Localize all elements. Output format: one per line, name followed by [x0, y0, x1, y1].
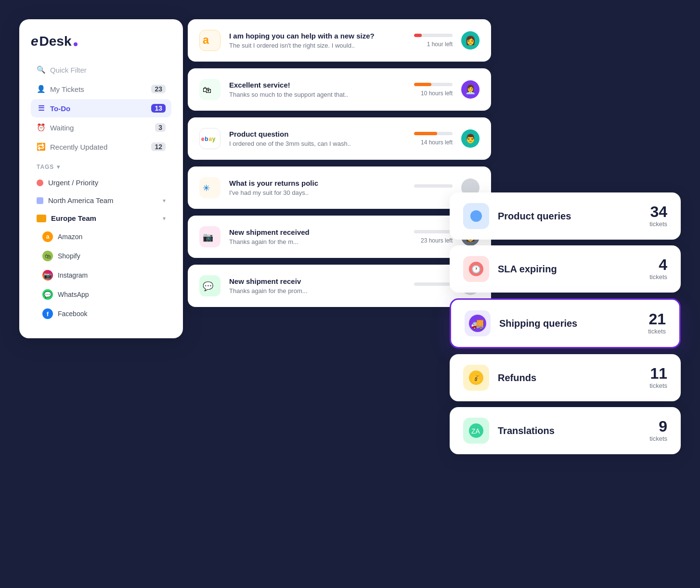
- todo-label: To-Do: [50, 104, 70, 113]
- svg-text:🛍: 🛍: [203, 85, 211, 95]
- shopify-icon: 🛍: [42, 251, 53, 261]
- ticket-3-meta: 14 hours left: [414, 132, 453, 146]
- svg-text:b: b: [205, 136, 208, 142]
- ticket-3-sla-bar: [414, 132, 453, 135]
- tickets-panel: a I am hoping you can help with a new si…: [188, 19, 491, 314]
- ticket-4-platform-icon: ✳: [199, 177, 220, 198]
- translations-icon: ZA: [463, 418, 489, 444]
- ticket-2-meta: 10 hours left: [414, 83, 453, 97]
- refunds-icon: 💰: [463, 365, 489, 391]
- ticket-3[interactable]: e b a y Product question I ordered one o…: [188, 117, 491, 160]
- ticket-5-sla-bar: [414, 230, 453, 233]
- product-queries-icon: [463, 203, 489, 229]
- query-card-translations[interactable]: ZA Translations 9 tickets: [450, 407, 681, 454]
- ticket-1[interactable]: a I am hoping you can help with a new si…: [188, 19, 491, 62]
- ticket-4-content: What is your returns polic I've had my s…: [229, 179, 405, 196]
- refunds-count: 11 tickets: [649, 366, 667, 390]
- sidebar-item-todo[interactable]: ☰ To-Do 13: [31, 99, 171, 117]
- ticket-3-content: Product question I ordered one of the 3m…: [229, 130, 405, 147]
- svg-text:y: y: [212, 136, 216, 142]
- ticket-5[interactable]: 📷 New shipment received Thanks again for…: [188, 216, 491, 258]
- ticket-6[interactable]: 💬 New shipment receiv Thanks again for t…: [188, 265, 491, 307]
- refunds-label: Refunds: [498, 372, 641, 383]
- channel-instagram[interactable]: 📷 Instagram: [31, 266, 171, 284]
- channel-shopify-label: Shopify: [58, 252, 80, 260]
- search-icon: 🔍: [37, 65, 45, 74]
- ticket-3-platform-icon: e b a y: [199, 128, 220, 149]
- translations-label: Translations: [498, 425, 641, 436]
- ticket-3-preview: I ordered one of the 3mm suits, can I wa…: [229, 140, 405, 147]
- logo: e Desk: [31, 34, 171, 49]
- sidebar-item-waiting[interactable]: ⏰ Waiting 3: [31, 118, 171, 137]
- ticket-4[interactable]: ✳ What is your returns polic I've had my…: [188, 166, 491, 209]
- svg-text:a: a: [203, 34, 209, 46]
- recently-updated-label: Recently Updated: [50, 143, 107, 151]
- todo-count: 13: [151, 104, 166, 113]
- ticket-1-content: I am hoping you can help with a new size…: [229, 32, 405, 49]
- ticket-6-preview: Thanks again for the prom...: [229, 287, 405, 294]
- sla-expiring-icon: 🕐: [463, 256, 489, 282]
- clock-icon: ⏰: [37, 123, 45, 132]
- query-card-shipping-queries[interactable]: 🚚 Shipping queries 21 tickets: [450, 298, 681, 348]
- whatsapp-icon: 💬: [42, 289, 53, 300]
- ticket-6-content: New shipment receiv Thanks again for the…: [229, 277, 405, 294]
- ticket-2-sla-bar: [414, 83, 453, 86]
- quick-filter-label: Quick Filter: [50, 66, 87, 74]
- ticket-2-preview: Thanks so much to the support agent that…: [229, 91, 405, 98]
- quick-filter[interactable]: 🔍 Quick Filter: [31, 61, 171, 79]
- ticket-5-sla-time: 23 hours left: [421, 237, 453, 244]
- facebook-icon: f: [42, 308, 53, 319]
- shipping-queries-icon: 🚚: [465, 310, 491, 336]
- logo-e: e: [31, 34, 39, 49]
- amazon-icon: a: [42, 231, 53, 242]
- product-queries-label: Product queries: [498, 211, 641, 222]
- ticket-4-meta: [414, 184, 453, 192]
- logo-dot: [74, 42, 78, 46]
- tag-north-america-chevron-icon: ▾: [163, 197, 166, 204]
- svg-text:💬: 💬: [203, 281, 214, 292]
- ticket-2-avatar: 👩‍💼: [461, 80, 480, 99]
- svg-text:📷: 📷: [203, 232, 214, 243]
- sidebar: e Desk 🔍 Quick Filter 👤 My Tickets 23 ☰ …: [19, 19, 183, 338]
- ticket-5-preview: Thanks again for the m...: [229, 238, 405, 245]
- sidebar-item-my-tickets[interactable]: 👤 My Tickets 23: [31, 80, 171, 98]
- logo-desk: Desk: [39, 34, 72, 49]
- my-tickets-label: My Tickets: [50, 85, 84, 93]
- waiting-label: Waiting: [50, 124, 74, 132]
- sidebar-item-recently-updated[interactable]: 🔁 Recently Updated 12: [31, 138, 171, 156]
- ticket-1-sla-time: 1 hour left: [427, 41, 453, 48]
- ticket-6-sla-bar: [414, 282, 453, 286]
- ticket-6-platform-icon: 💬: [199, 275, 220, 296]
- ticket-1-sla-fill: [414, 34, 422, 37]
- tag-north-america[interactable]: North America Team ▾: [31, 192, 171, 209]
- channel-shopify[interactable]: 🛍 Shopify: [31, 247, 171, 265]
- ticket-2-sla-time: 10 hours left: [421, 90, 453, 97]
- ticket-2-sla-fill: [414, 83, 431, 86]
- ticket-5-platform-icon: 📷: [199, 226, 220, 247]
- tag-urgent-label: Urgent / Priority: [48, 179, 98, 187]
- tag-urgent[interactable]: Urgent / Priority: [31, 174, 171, 191]
- query-card-refunds[interactable]: 💰 Refunds 11 tickets: [450, 354, 681, 401]
- ticket-5-meta: 23 hours left: [414, 230, 453, 244]
- ticket-2-platform-icon: 🛍: [199, 79, 220, 100]
- svg-text:ZA: ZA: [471, 427, 480, 435]
- ticket-5-title: New shipment received: [229, 228, 405, 236]
- query-card-sla-expiring[interactable]: 🕐 SLA expiring 4 tickets: [450, 245, 681, 293]
- sla-expiring-count: 4 tickets: [649, 257, 667, 281]
- svg-text:a: a: [209, 136, 212, 142]
- svg-text:🕐: 🕐: [471, 265, 481, 274]
- ticket-1-avatar: 👩: [461, 31, 480, 50]
- my-tickets-count: 23: [151, 85, 166, 93]
- channel-whatsapp[interactable]: 💬 WhatsApp: [31, 285, 171, 304]
- product-queries-count: 34 tickets: [649, 204, 667, 228]
- query-card-product-queries[interactable]: Product queries 34 tickets: [450, 192, 681, 240]
- channel-amazon[interactable]: a Amazon: [31, 228, 171, 246]
- ticket-2[interactable]: 🛍 Excellent service! Thanks so much to t…: [188, 68, 491, 111]
- tags-header: TAGS ▾: [37, 164, 166, 170]
- ticket-4-preview: I've had my suit for 30 days..: [229, 189, 405, 196]
- team-europe[interactable]: Europe Team ▾: [31, 210, 171, 227]
- instagram-icon: 📷: [42, 270, 53, 281]
- channel-facebook[interactable]: f Facebook: [31, 305, 171, 323]
- ticket-1-title: I am hoping you can help with a new size…: [229, 32, 405, 40]
- ticket-5-content: New shipment received Thanks again for t…: [229, 228, 405, 245]
